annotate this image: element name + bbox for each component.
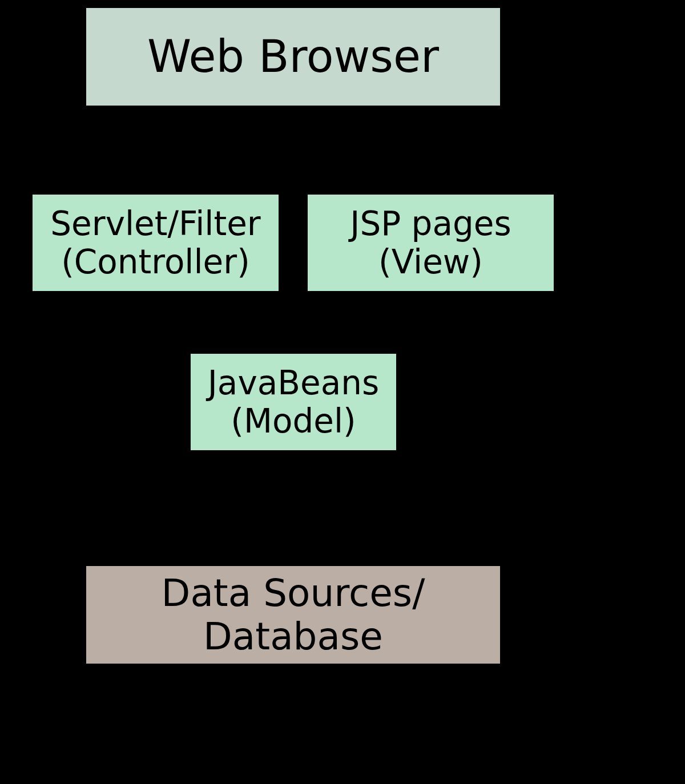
mvc-architecture-diagram: 1 5 3 2 4 Web Browser Servlet/Filter (Co… (0, 0, 685, 784)
node-web-browser-label: Web Browser (147, 31, 439, 83)
node-model-label: JavaBeans (Model) (208, 364, 380, 440)
edge-label-3: 3 (283, 204, 303, 240)
node-controller: Servlet/Filter (Controller) (31, 193, 280, 293)
edge-controller-to-model (177, 294, 245, 348)
node-web-browser: Web Browser (84, 6, 502, 107)
node-database: Data Sources/ Database (84, 564, 502, 665)
edge-label-1: 1 (171, 131, 191, 167)
node-view: JSP pages (View) (306, 193, 555, 293)
node-view-label: JSP pages (View) (350, 205, 511, 281)
node-controller-label: Servlet/Filter (Controller) (50, 205, 260, 281)
edge-label-5: 5 (447, 131, 466, 167)
edge-label-4: 4 (394, 317, 413, 353)
edge-label-2: 2 (177, 314, 196, 350)
node-database-label: Data Sources/ Database (162, 572, 425, 658)
node-model: JavaBeans (Model) (189, 352, 398, 452)
edge-model-to-view (344, 297, 410, 348)
